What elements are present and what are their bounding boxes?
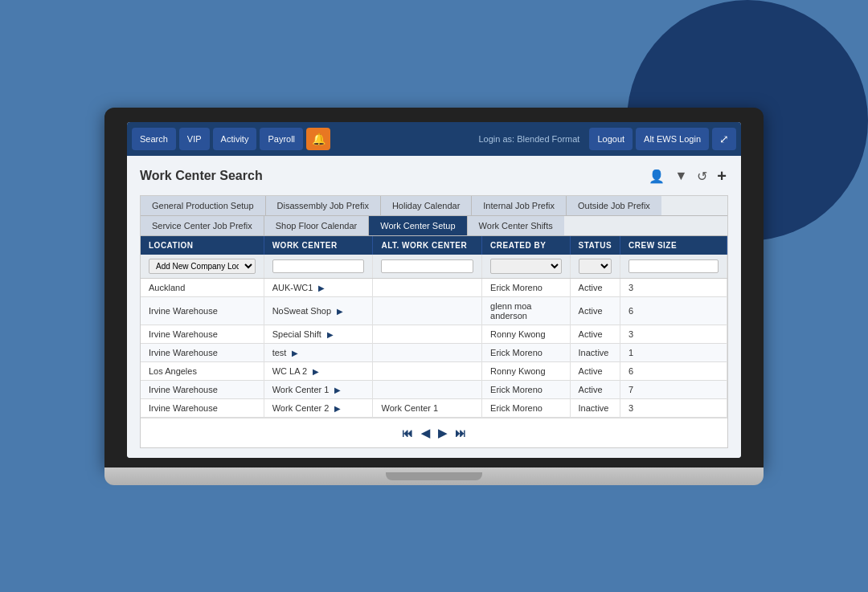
nav-logout-button[interactable]: Logout	[589, 128, 633, 150]
cell-crew-size: 3	[620, 398, 727, 417]
tab-work-center-setup[interactable]: Work Center Setup	[369, 216, 467, 235]
screen-content: Search VIP Activity Payroll 🔔 Login as: …	[127, 122, 741, 458]
cell-status: Active	[570, 361, 620, 380]
laptop-container: Search VIP Activity Payroll 🔔 Login as: …	[104, 108, 764, 485]
laptop-notch	[386, 472, 482, 480]
created-by-filter-select[interactable]	[490, 259, 561, 274]
tab-disassembly-job-prefix[interactable]: Disassembly Job Prefix	[266, 196, 381, 215]
laptop-base	[104, 467, 764, 485]
nav-search-button[interactable]: Search	[132, 128, 176, 150]
nav-expand-button[interactable]: ⤢	[712, 128, 736, 150]
col-alt-work-center: ALT. WORK CENTER	[373, 236, 482, 255]
filter-icon-button[interactable]: ▼	[673, 167, 689, 185]
cell-crew-size: 1	[620, 343, 727, 361]
row-nav-arrow[interactable]: ▶	[334, 404, 341, 413]
page-title: Work Center Search	[140, 169, 263, 183]
cell-crew-size: 3	[620, 278, 727, 296]
cell-location: Irvine Warehouse	[141, 343, 264, 361]
tab-shop-floor-calendar[interactable]: Shop Floor Calendar	[264, 216, 370, 235]
work-center-filter-input[interactable]	[272, 259, 365, 273]
cell-alt-work-center	[373, 278, 482, 296]
add-icon-button[interactable]: +	[715, 165, 728, 187]
table-row: Los Angeles WC LA 2 ▶ Ronny Kwong Active…	[141, 361, 727, 380]
cell-created-by: Erick Moreno	[482, 343, 570, 361]
nav-activity-button[interactable]: Activity	[213, 128, 257, 150]
col-work-center: WORK CENTER	[264, 236, 373, 255]
cell-created-by: Erick Moreno	[482, 278, 570, 296]
pagination-first-button[interactable]: ⏮	[402, 427, 413, 439]
table-row: Irvine Warehouse Special Shift ▶ Ronny K…	[141, 325, 727, 343]
cell-alt-work-center	[373, 296, 482, 325]
row-nav-arrow[interactable]: ▶	[334, 386, 341, 394]
row-nav-arrow[interactable]: ▶	[318, 284, 325, 292]
cell-status: Active	[570, 296, 620, 325]
cell-created-by: Ronny Kwong	[482, 325, 570, 343]
tabs-row-1: General Production Setup Disassembly Job…	[141, 196, 727, 216]
cell-crew-size: 6	[620, 296, 727, 325]
cell-work-center: Work Center 1 ▶	[264, 380, 373, 398]
table-header-row: LOCATION WORK CENTER ALT. WORK CENTER CR…	[141, 236, 727, 255]
cell-created-by: glenn moa anderson	[482, 296, 570, 325]
cell-alt-work-center	[373, 361, 482, 380]
cell-location: Los Angeles	[141, 361, 264, 380]
cell-created-by: Ronny Kwong	[482, 361, 570, 380]
filter-crew-size-cell	[620, 255, 727, 279]
filter-work-center-cell	[264, 255, 373, 279]
nav-right-area: Login as: Blended Format Logout Alt EWS …	[472, 128, 736, 150]
cell-work-center: WC LA 2 ▶	[264, 361, 373, 380]
nav-bell-button[interactable]: 🔔	[306, 128, 330, 150]
crew-size-filter-input[interactable]	[628, 259, 719, 273]
pagination-prev-button[interactable]: ◀	[421, 427, 430, 439]
cell-status: Inactive	[570, 343, 620, 361]
cell-alt-work-center	[373, 343, 482, 361]
cell-crew-size: 7	[620, 380, 727, 398]
row-nav-arrow[interactable]: ▶	[327, 330, 334, 339]
cell-work-center: Special Shift ▶	[264, 325, 373, 343]
location-filter-select[interactable]: Add New Company Location Auckland Irvine…	[149, 259, 256, 274]
tab-outside-job-prefix[interactable]: Outside Job Prefix	[567, 196, 661, 215]
filter-alt-work-center-cell	[373, 255, 482, 279]
row-nav-arrow[interactable]: ▶	[292, 349, 298, 357]
cell-alt-work-center	[373, 325, 482, 343]
row-nav-arrow[interactable]: ▶	[313, 367, 319, 376]
col-status: STATUS	[570, 236, 620, 255]
nav-alt-login-button[interactable]: Alt EWS Login	[636, 128, 709, 150]
tab-general-production-setup[interactable]: General Production Setup	[141, 196, 266, 215]
tab-internal-job-prefix[interactable]: Internal Job Prefix	[472, 196, 567, 215]
pagination: ⏮ ◀ ▶ ⏭	[141, 418, 727, 447]
table-row: Irvine Warehouse NoSweat Shop ▶ glenn mo…	[141, 296, 727, 325]
table-row: Irvine Warehouse test ▶ Erick Moreno Ina…	[141, 343, 727, 361]
data-table: LOCATION WORK CENTER ALT. WORK CENTER CR…	[141, 236, 727, 418]
search-action-icons: 👤 ▼ ↺ +	[647, 165, 728, 187]
alt-work-center-filter-input[interactable]	[381, 259, 473, 273]
person-icon-button[interactable]: 👤	[647, 167, 666, 186]
cell-location: Irvine Warehouse	[141, 380, 264, 398]
cell-status: Active	[570, 325, 620, 343]
cell-location: Irvine Warehouse	[141, 398, 264, 417]
filter-row: Add New Company Location Auckland Irvine…	[141, 255, 727, 279]
refresh-icon-button[interactable]: ↺	[695, 167, 709, 186]
cell-status: Active	[570, 278, 620, 296]
cell-work-center: NoSweat Shop ▶	[264, 296, 373, 325]
col-created-by: CREATED BY	[482, 236, 570, 255]
pagination-next-button[interactable]: ▶	[438, 427, 447, 439]
nav-login-label: Login as: Blended Format	[472, 131, 586, 147]
cell-crew-size: 3	[620, 325, 727, 343]
tabs-row-2: Service Center Job Prefix Shop Floor Cal…	[141, 216, 727, 236]
tab-holiday-calendar[interactable]: Holiday Calendar	[381, 196, 472, 215]
main-area: Work Center Search 👤 ▼ ↺ + General Produ…	[127, 156, 741, 458]
cell-location: Irvine Warehouse	[141, 296, 264, 325]
cell-location: Irvine Warehouse	[141, 325, 264, 343]
pagination-last-button[interactable]: ⏭	[455, 427, 466, 439]
nav-vip-button[interactable]: VIP	[179, 128, 210, 150]
cell-crew-size: 6	[620, 361, 727, 380]
tab-service-center-job-prefix[interactable]: Service Center Job Prefix	[141, 216, 264, 235]
cell-alt-work-center: Work Center 1	[373, 398, 482, 417]
nav-payroll-button[interactable]: Payroll	[260, 128, 303, 150]
row-nav-arrow[interactable]: ▶	[337, 307, 343, 316]
col-location: LOCATION	[141, 236, 264, 255]
status-filter-select[interactable]	[579, 259, 612, 274]
top-nav: Search VIP Activity Payroll 🔔 Login as: …	[127, 122, 741, 156]
tab-work-center-shifts[interactable]: Work Center Shifts	[468, 216, 564, 235]
search-header: Work Center Search 👤 ▼ ↺ +	[140, 165, 728, 187]
